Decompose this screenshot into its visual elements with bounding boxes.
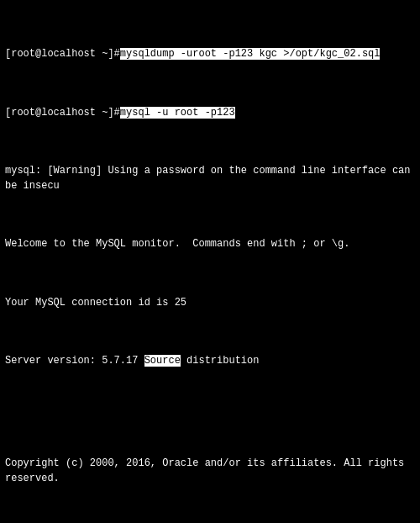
line-2: [root@localhost ~]#mysql -u root -p123 (5, 106, 415, 120)
cmd-2: mysql -u root -p123 (120, 107, 235, 119)
terminal: [root@localhost ~]#mysqldump -uroot -p12… (0, 0, 420, 523)
line-6b (5, 399, 415, 413)
line-7: Copyright (c) 2000, 2016, Oracle and/or … (5, 457, 415, 486)
line-3: mysql: [Warning] Using a password on the… (5, 164, 415, 193)
cmd-1: mysqldump -uroot -p123 kgc >/opt/kgc_02.… (120, 48, 381, 60)
line-6: Server version: 5.7.17 Source distributi… (5, 354, 415, 368)
source-text: Source (144, 355, 181, 367)
line-5: Your MySQL connection id is 25 (5, 296, 415, 310)
prompt-1: [root@localhost ~]# (5, 48, 120, 60)
line-4: Welcome to the MySQL monitor. Commands e… (5, 237, 415, 251)
line-7b (5, 515, 415, 523)
prompt-2: [root@localhost ~]# (5, 107, 120, 119)
line-1: [root@localhost ~]#mysqldump -uroot -p12… (5, 47, 415, 61)
